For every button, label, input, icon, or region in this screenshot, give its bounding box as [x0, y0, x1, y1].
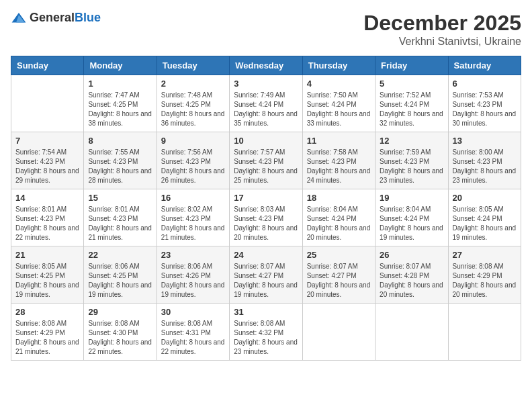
day-info: Sunrise: 8:01 AM Sunset: 4:23 PM Dayligh…	[88, 205, 152, 242]
day-info: Sunrise: 7:54 AM Sunset: 4:23 PM Dayligh…	[15, 148, 79, 185]
day-info: Sunrise: 8:06 AM Sunset: 4:25 PM Dayligh…	[88, 262, 152, 300]
calendar-cell	[375, 304, 448, 361]
calendar-cell: 31Sunrise: 8:08 AM Sunset: 4:32 PM Dayli…	[230, 304, 302, 361]
day-info: Sunrise: 8:04 AM Sunset: 4:24 PM Dayligh…	[307, 205, 371, 242]
day-info: Sunrise: 8:07 AM Sunset: 4:27 PM Dayligh…	[307, 262, 371, 300]
day-info: Sunrise: 7:49 AM Sunset: 4:24 PM Dayligh…	[234, 91, 298, 128]
day-info: Sunrise: 8:05 AM Sunset: 4:24 PM Dayligh…	[453, 205, 517, 242]
calendar-cell: 27Sunrise: 8:08 AM Sunset: 4:29 PM Dayli…	[448, 246, 521, 304]
calendar-cell: 23Sunrise: 8:06 AM Sunset: 4:26 PM Dayli…	[157, 246, 229, 304]
calendar-cell: 29Sunrise: 8:08 AM Sunset: 4:30 PM Dayli…	[84, 304, 157, 361]
calendar-week-row: 28Sunrise: 8:08 AM Sunset: 4:29 PM Dayli…	[11, 304, 521, 361]
day-info: Sunrise: 7:57 AM Sunset: 4:23 PM Dayligh…	[234, 148, 298, 185]
logo-text-blue: Blue	[75, 11, 101, 24]
calendar-cell: 24Sunrise: 8:07 AM Sunset: 4:27 PM Dayli…	[230, 246, 302, 304]
day-info: Sunrise: 8:03 AM Sunset: 4:23 PM Dayligh…	[234, 205, 298, 242]
day-number: 9	[161, 136, 225, 146]
calendar-cell	[448, 304, 521, 361]
month-title: December 2025	[363, 11, 521, 36]
calendar-cell: 5Sunrise: 7:52 AM Sunset: 4:24 PM Daylig…	[375, 75, 448, 132]
calendar-cell: 4Sunrise: 7:50 AM Sunset: 4:24 PM Daylig…	[302, 75, 375, 132]
header-day-wednesday: Wednesday	[230, 56, 302, 75]
day-number: 26	[380, 250, 443, 260]
day-info: Sunrise: 7:56 AM Sunset: 4:23 PM Dayligh…	[161, 148, 225, 185]
day-number: 16	[161, 193, 225, 203]
day-info: Sunrise: 7:53 AM Sunset: 4:23 PM Dayligh…	[453, 91, 517, 128]
calendar-cell: 6Sunrise: 7:53 AM Sunset: 4:23 PM Daylig…	[448, 75, 521, 132]
day-info: Sunrise: 7:52 AM Sunset: 4:24 PM Dayligh…	[380, 91, 443, 128]
day-number: 12	[380, 136, 443, 146]
day-number: 15	[88, 193, 152, 203]
calendar-week-row: 1Sunrise: 7:47 AM Sunset: 4:25 PM Daylig…	[11, 75, 521, 132]
calendar-cell: 30Sunrise: 8:08 AM Sunset: 4:31 PM Dayli…	[157, 304, 229, 361]
calendar-table: SundayMondayTuesdayWednesdayThursdayFrid…	[11, 56, 521, 361]
day-info: Sunrise: 8:01 AM Sunset: 4:23 PM Dayligh…	[15, 205, 79, 242]
calendar-cell: 26Sunrise: 8:07 AM Sunset: 4:28 PM Dayli…	[375, 246, 448, 304]
logo-text-general: General	[30, 11, 75, 24]
day-info: Sunrise: 7:48 AM Sunset: 4:25 PM Dayligh…	[161, 91, 225, 128]
day-number: 25	[307, 250, 371, 260]
day-number: 23	[161, 250, 225, 260]
calendar-cell	[11, 75, 84, 132]
calendar-cell: 2Sunrise: 7:48 AM Sunset: 4:25 PM Daylig…	[157, 75, 229, 132]
day-number: 29	[88, 307, 152, 317]
day-number: 22	[88, 250, 152, 260]
calendar-cell: 1Sunrise: 7:47 AM Sunset: 4:25 PM Daylig…	[84, 75, 157, 132]
calendar-cell: 7Sunrise: 7:54 AM Sunset: 4:23 PM Daylig…	[11, 132, 84, 189]
day-number: 18	[307, 193, 371, 203]
day-number: 21	[15, 250, 79, 260]
calendar-cell: 15Sunrise: 8:01 AM Sunset: 4:23 PM Dayli…	[84, 189, 157, 246]
calendar-cell: 10Sunrise: 7:57 AM Sunset: 4:23 PM Dayli…	[230, 132, 302, 189]
calendar-cell: 20Sunrise: 8:05 AM Sunset: 4:24 PM Dayli…	[448, 189, 521, 246]
day-info: Sunrise: 8:08 AM Sunset: 4:32 PM Dayligh…	[234, 319, 298, 357]
day-number: 8	[88, 136, 152, 146]
day-info: Sunrise: 8:08 AM Sunset: 4:31 PM Dayligh…	[161, 319, 225, 357]
calendar-cell: 13Sunrise: 8:00 AM Sunset: 4:23 PM Dayli…	[448, 132, 521, 189]
calendar-cell: 9Sunrise: 7:56 AM Sunset: 4:23 PM Daylig…	[157, 132, 229, 189]
day-number: 2	[161, 79, 225, 89]
calendar-header-row: SundayMondayTuesdayWednesdayThursdayFrid…	[11, 56, 521, 75]
day-number: 19	[380, 193, 443, 203]
logo-icon	[11, 11, 27, 25]
day-info: Sunrise: 8:06 AM Sunset: 4:26 PM Dayligh…	[161, 262, 225, 300]
day-info: Sunrise: 7:50 AM Sunset: 4:24 PM Dayligh…	[307, 91, 371, 128]
calendar-cell: 12Sunrise: 7:59 AM Sunset: 4:23 PM Dayli…	[375, 132, 448, 189]
header-day-sunday: Sunday	[11, 56, 84, 75]
day-info: Sunrise: 8:02 AM Sunset: 4:23 PM Dayligh…	[161, 205, 225, 242]
day-info: Sunrise: 7:59 AM Sunset: 4:23 PM Dayligh…	[380, 148, 443, 185]
calendar-cell: 25Sunrise: 8:07 AM Sunset: 4:27 PM Dayli…	[302, 246, 375, 304]
calendar-cell: 8Sunrise: 7:55 AM Sunset: 4:23 PM Daylig…	[84, 132, 157, 189]
header-day-tuesday: Tuesday	[157, 56, 229, 75]
day-number: 13	[453, 136, 517, 146]
day-info: Sunrise: 7:47 AM Sunset: 4:25 PM Dayligh…	[88, 91, 152, 128]
day-number: 3	[234, 79, 298, 89]
day-number: 28	[15, 307, 79, 317]
day-info: Sunrise: 8:08 AM Sunset: 4:29 PM Dayligh…	[453, 262, 517, 300]
day-info: Sunrise: 8:08 AM Sunset: 4:30 PM Dayligh…	[88, 319, 152, 357]
day-info: Sunrise: 8:08 AM Sunset: 4:29 PM Dayligh…	[15, 319, 79, 357]
day-number: 5	[380, 79, 443, 89]
calendar-cell: 16Sunrise: 8:02 AM Sunset: 4:23 PM Dayli…	[157, 189, 229, 246]
calendar-cell	[302, 304, 375, 361]
calendar-week-row: 21Sunrise: 8:05 AM Sunset: 4:25 PM Dayli…	[11, 246, 521, 304]
calendar-cell: 14Sunrise: 8:01 AM Sunset: 4:23 PM Dayli…	[11, 189, 84, 246]
day-number: 17	[234, 193, 298, 203]
day-info: Sunrise: 8:00 AM Sunset: 4:23 PM Dayligh…	[453, 148, 517, 185]
calendar-cell: 21Sunrise: 8:05 AM Sunset: 4:25 PM Dayli…	[11, 246, 84, 304]
calendar-cell: 19Sunrise: 8:04 AM Sunset: 4:24 PM Dayli…	[375, 189, 448, 246]
day-info: Sunrise: 8:05 AM Sunset: 4:25 PM Dayligh…	[15, 262, 79, 300]
calendar-week-row: 14Sunrise: 8:01 AM Sunset: 4:23 PM Dayli…	[11, 189, 521, 246]
day-number: 6	[453, 79, 517, 89]
day-number: 7	[15, 136, 79, 146]
day-number: 4	[307, 79, 371, 89]
day-number: 14	[15, 193, 79, 203]
page-header: GeneralBlue December 2025 Verkhni Staniv…	[11, 11, 521, 48]
header-day-friday: Friday	[375, 56, 448, 75]
calendar-cell: 18Sunrise: 8:04 AM Sunset: 4:24 PM Dayli…	[302, 189, 375, 246]
day-number: 27	[453, 250, 517, 260]
calendar-cell: 22Sunrise: 8:06 AM Sunset: 4:25 PM Dayli…	[84, 246, 157, 304]
location-title: Verkhni Stanivtsi, Ukraine	[363, 36, 521, 48]
day-number: 20	[453, 193, 517, 203]
day-info: Sunrise: 7:55 AM Sunset: 4:23 PM Dayligh…	[88, 148, 152, 185]
day-number: 31	[234, 307, 298, 317]
